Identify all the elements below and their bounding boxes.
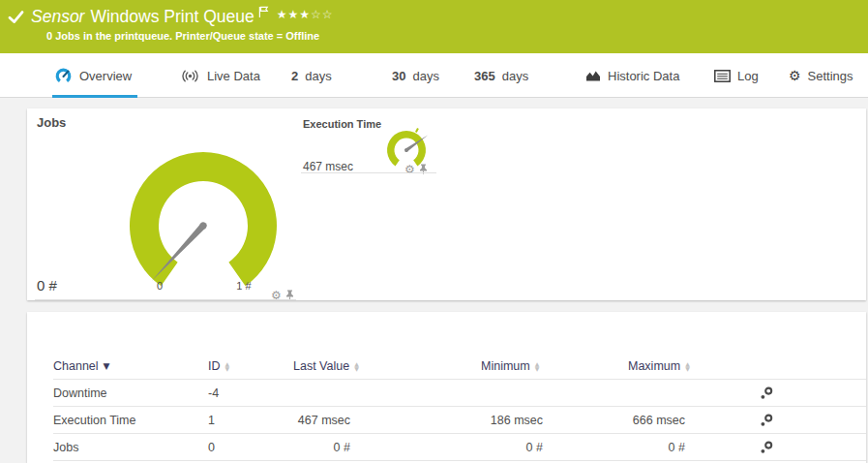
sort-icon: ▲▼ [225, 361, 230, 371]
priority-stars[interactable]: ★★★☆☆ [277, 8, 334, 21]
pin-icon[interactable] [419, 161, 428, 178]
gauge-settings-gear-icon[interactable]: ⚙ [404, 164, 415, 175]
channel-settings-icon[interactable] [760, 414, 866, 427]
tab-label: Historic Data [608, 69, 679, 83]
log-icon [714, 70, 731, 82]
channel-maximum: 666 msec [628, 414, 691, 427]
sort-icon: ▲▼ [354, 361, 359, 371]
tab-365-days[interactable]: 365 days [474, 53, 528, 98]
tab-bar: Overview Live Data 2 days 30 days 365 da… [0, 53, 868, 98]
priority-stars-filled: ★★★ [277, 8, 311, 21]
channel-name: Jobs [53, 441, 208, 454]
tab-overview[interactable]: Overview [54, 53, 132, 98]
tab-label-unit: days [305, 69, 331, 83]
overview-gauges-panel: Jobs 0 1 # 0 # ⚙ Execution Time 467 msec… [27, 108, 866, 300]
tab-30-days[interactable]: 30 days [392, 53, 439, 98]
gauge-icon [54, 67, 73, 85]
sort-desc-icon: ▼ [104, 361, 110, 371]
column-header-label: Last Value [293, 359, 349, 373]
jobs-scale-min: 0 [145, 280, 174, 292]
channel-settings-icon[interactable] [760, 386, 866, 400]
column-header-id[interactable]: ID ▲▼ [208, 359, 293, 373]
tab-log[interactable]: Log [714, 53, 759, 98]
channel-table-panel: Channel ▼ ID ▲▼ Last Value ▲▼ Minimum ▲▼… [27, 312, 866, 463]
tab-label-unit: days [502, 69, 528, 83]
table-row[interactable]: Jobs 0 0 # 0 # 0 # [53, 434, 866, 461]
channel-minimum: 186 msec [481, 414, 549, 427]
broadcast-icon [180, 69, 200, 83]
page-title: Windows Print Queue [90, 7, 254, 27]
column-header-label: Maximum [628, 359, 680, 373]
pin-icon[interactable] [285, 287, 294, 304]
channel-last-value: 0 # [293, 441, 356, 454]
tab-historic-data[interactable]: Historic Data [585, 53, 679, 98]
tab-label-unit: days [412, 69, 438, 83]
column-header-maximum[interactable]: Maximum ▲▼ [628, 359, 691, 373]
channel-id: 0 [208, 441, 293, 454]
jobs-scale-max: 1 # [224, 280, 263, 292]
tab-label: Log [737, 69, 759, 83]
flag-icon[interactable] [258, 5, 269, 22]
channel-id: -4 [208, 386, 293, 400]
channel-id: 1 [208, 414, 293, 427]
execution-time-max-tick [416, 128, 418, 132]
channel-name: Execution Time [53, 414, 208, 427]
table-header-row: Channel ▼ ID ▲▼ Last Value ▲▼ Minimum ▲▼… [53, 353, 866, 380]
channel-maximum: 0 # [628, 441, 691, 454]
execution-block-divider [301, 172, 436, 173]
sort-icon: ▲▼ [685, 361, 690, 371]
tab-settings[interactable]: ⚙ Settings [789, 53, 853, 98]
channel-last-value: 467 msec [293, 414, 356, 427]
jobs-gauge-title: Jobs [37, 115, 66, 130]
tab-label-number: 2 [291, 69, 298, 83]
area-chart-icon [585, 69, 601, 82]
sort-icon: ▲▼ [535, 361, 540, 371]
sensor-header: Sensor Windows Print Queue ★★★☆☆ 0 Jobs … [0, 0, 868, 53]
column-header-channel[interactable]: Channel ▼ [53, 359, 208, 373]
column-header-label: Minimum [481, 359, 530, 373]
channel-table: Channel ▼ ID ▲▼ Last Value ▲▼ Minimum ▲▼… [27, 312, 866, 461]
column-header-label: ID [208, 359, 221, 373]
tab-label: Overview [79, 69, 132, 83]
gear-icon: ⚙ [789, 69, 801, 82]
tab-live-data[interactable]: Live Data [180, 53, 260, 98]
table-row[interactable]: Downtime -4 [53, 380, 866, 407]
column-header-last-value[interactable]: Last Value ▲▼ [293, 359, 356, 373]
tab-label: Live Data [207, 69, 260, 83]
status-check-icon [8, 10, 24, 29]
tab-label: Settings [808, 69, 853, 83]
tab-label-number: 365 [474, 69, 495, 83]
jobs-current-value: 0 # [37, 277, 57, 293]
sensor-type-label: Sensor [31, 7, 84, 27]
execution-time-gauge-title: Execution Time [303, 118, 381, 130]
channel-minimum: 0 # [481, 441, 549, 454]
channel-name: Downtime [53, 386, 208, 400]
column-header-label: Channel [53, 359, 99, 373]
channel-settings-icon[interactable] [760, 441, 866, 454]
sensor-status-message: 0 Jobs in the printqueue. Printer/Queue … [46, 30, 319, 42]
jobs-block-divider [35, 299, 296, 300]
table-row[interactable]: Execution Time 1 467 msec 186 msec 666 m… [53, 407, 866, 434]
column-header-minimum[interactable]: Minimum ▲▼ [481, 359, 549, 373]
priority-stars-empty: ☆☆ [311, 8, 334, 21]
execution-time-current-value: 467 msec [303, 160, 353, 173]
tab-2-days[interactable]: 2 days [291, 53, 332, 98]
tab-label-number: 30 [392, 69, 405, 83]
